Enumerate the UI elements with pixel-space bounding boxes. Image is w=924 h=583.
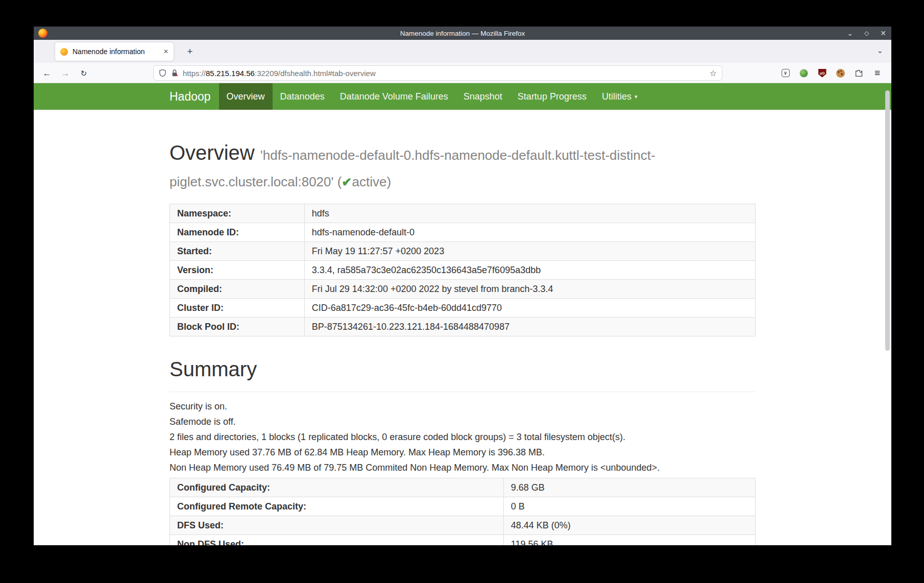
- pocket-icon[interactable]: ∨: [781, 68, 790, 78]
- row-value: 3.3.4, ra585a73c3e02ac62350c136643a5e7f6…: [304, 261, 755, 280]
- window-close-button[interactable]: ✕: [880, 30, 886, 37]
- row-label: Configured Remote Capacity:: [170, 497, 504, 516]
- navbar-links: OverviewDatanodesDatanode Volume Failure…: [219, 83, 645, 110]
- row-value: 119.56 KB: [503, 535, 755, 546]
- menu-hamburger-icon[interactable]: ≡: [872, 68, 882, 78]
- forward-button[interactable]: →: [59, 67, 72, 80]
- back-button[interactable]: ←: [40, 67, 54, 80]
- row-value: 0 B: [503, 497, 755, 516]
- tab-title: Namenode information: [72, 47, 159, 56]
- capacity-table: Configured Capacity:9.68 GBConfigured Re…: [169, 478, 756, 545]
- page-title: Overview 'hdfs-namenode-default-0.hdfs-n…: [169, 139, 756, 192]
- row-label: Configured Capacity:: [170, 478, 504, 497]
- reload-button[interactable]: ↻: [77, 67, 90, 80]
- row-value: hdfs-namenode-default-0: [304, 223, 755, 242]
- active-check-icon: ✔: [342, 175, 352, 189]
- table-row: Configured Remote Capacity:0 B: [170, 497, 756, 516]
- row-value: Fri May 19 11:27:57 +0200 2023: [304, 242, 755, 261]
- nav-item-overview[interactable]: Overview: [219, 83, 273, 110]
- new-tab-button[interactable]: +: [183, 44, 197, 59]
- summary-divider: [169, 392, 756, 392]
- summary-line: 2 files and directories, 1 blocks (1 rep…: [169, 432, 756, 443]
- url-path: :32209/dfshealth.html#tab-overview: [255, 69, 376, 78]
- tab-bar: Namenode information ✕ + ⌄: [34, 40, 891, 63]
- bookmark-star-icon[interactable]: ☆: [710, 68, 717, 78]
- summary-line: Heap Memory used 37.76 MB of 62.84 MB He…: [169, 447, 756, 458]
- table-row: Version:3.3.4, ra585a73c3e02ac62350c1366…: [170, 261, 756, 280]
- nav-item-utilities[interactable]: Utilities▾: [594, 83, 645, 110]
- row-label: Namespace:: [170, 204, 305, 223]
- titlebar: Namenode information — Mozilla Firefox ⌄…: [34, 27, 891, 40]
- namenode-info-table: Namespace:hdfsNamenode ID:hdfs-namenode-…: [169, 204, 756, 336]
- row-label: Namenode ID:: [170, 223, 305, 242]
- ublock-origin-icon[interactable]: uO: [817, 68, 827, 78]
- table-row: Namenode ID:hdfs-namenode-default-0: [170, 223, 756, 242]
- table-row: Block Pool ID:BP-875134261-10.223.121.18…: [170, 318, 756, 336]
- row-label: Version:: [170, 261, 305, 280]
- window-title: Namenode information — Mozilla Firefox: [34, 30, 891, 37]
- row-value: BP-875134261-10.223.121.184-168448847098…: [304, 318, 755, 336]
- table-row: DFS Used:48.44 KB (0%): [170, 516, 756, 535]
- row-label: Non DFS Used:: [170, 535, 504, 546]
- nav-item-datanode-volume-failures[interactable]: Datanode Volume Failures: [332, 83, 456, 110]
- url-domain: 85.215.194.56: [206, 69, 255, 78]
- nav-item-snapshot[interactable]: Snapshot: [456, 83, 510, 110]
- tab-close-icon[interactable]: ✕: [163, 48, 168, 55]
- url-bar[interactable]: https://85.215.194.56:32209/dfshealth.ht…: [153, 65, 722, 81]
- row-value: 9.68 GB: [503, 478, 755, 497]
- window-minimize-button[interactable]: ⌄: [847, 30, 853, 37]
- nav-item-startup-progress[interactable]: Startup Progress: [510, 83, 594, 110]
- extensions-puzzle-icon[interactable]: [854, 68, 864, 78]
- table-row: Non DFS Used:119.56 KB: [170, 535, 756, 546]
- summary-line: Non Heap Memory used 76.49 MB of 79.75 M…: [169, 463, 756, 473]
- navbar-brand-hadoop[interactable]: Hadoop: [169, 83, 219, 110]
- row-value: CID-6a817c29-ac36-45fc-b4eb-60dd41cd9770: [304, 299, 755, 318]
- namenode-host-line1: 'hdfs-namenode-default-0.hdfs-namenode-d…: [260, 148, 655, 163]
- page-viewport: Hadoop OverviewDatanodesDatanode Volume …: [34, 83, 891, 545]
- hadoop-navbar: Hadoop OverviewDatanodesDatanode Volume …: [34, 83, 891, 110]
- namenode-host-line2: piglet.svc.cluster.local:8020' (: [169, 174, 342, 189]
- firefox-window: Namenode information — Mozilla Firefox ⌄…: [34, 27, 891, 545]
- caret-down-icon: ▾: [635, 93, 638, 100]
- shield-icon[interactable]: [159, 69, 166, 77]
- table-row: Configured Capacity:9.68 GB: [170, 478, 756, 497]
- table-row: Started:Fri May 19 11:27:57 +0200 2023: [170, 242, 756, 261]
- row-value: hdfs: [304, 204, 755, 223]
- table-row: Compiled:Fri Jul 29 14:32:00 +0200 2022 …: [170, 280, 756, 299]
- summary-paragraphs: Security is on.Safemode is off.2 files a…: [169, 401, 756, 473]
- summary-line: Security is on.: [169, 401, 756, 412]
- row-label: DFS Used:: [170, 516, 504, 535]
- row-value: Fri Jul 29 14:32:00 +0200 2022 by stevel…: [304, 280, 755, 299]
- cookie-extension-icon[interactable]: [836, 68, 845, 78]
- extension-green-icon[interactable]: [799, 68, 809, 78]
- row-label: Compiled:: [170, 280, 305, 299]
- window-maximize-button[interactable]: ◇: [864, 30, 869, 36]
- tab-namenode-information[interactable]: Namenode information ✕: [55, 42, 174, 61]
- row-label: Block Pool ID:: [170, 318, 305, 336]
- namenode-status: active): [352, 174, 391, 189]
- row-value: 48.44 KB (0%): [503, 516, 755, 535]
- page-scrollbar-thumb[interactable]: [885, 90, 890, 351]
- browser-toolbar: ← → ↻ https://85.215.194.56:32209/dfshea…: [34, 63, 891, 83]
- row-label: Started:: [170, 242, 305, 261]
- url-text: https://85.215.194.56:32209/dfshealth.ht…: [183, 69, 706, 78]
- list-all-tabs-icon[interactable]: ⌄: [877, 46, 883, 55]
- url-scheme: https://: [183, 69, 206, 78]
- row-label: Cluster ID:: [170, 299, 305, 318]
- table-row: Cluster ID:CID-6a817c29-ac36-45fc-b4eb-6…: [170, 299, 756, 318]
- summary-line: Safemode is off.: [169, 417, 756, 427]
- tab-favicon-icon: [60, 48, 68, 56]
- overview-title: Overview: [169, 141, 255, 164]
- lock-warning-icon[interactable]: [171, 69, 178, 77]
- table-row: Namespace:hdfs: [170, 204, 756, 223]
- summary-title: Summary: [169, 356, 756, 382]
- nav-item-datanodes[interactable]: Datanodes: [273, 83, 332, 110]
